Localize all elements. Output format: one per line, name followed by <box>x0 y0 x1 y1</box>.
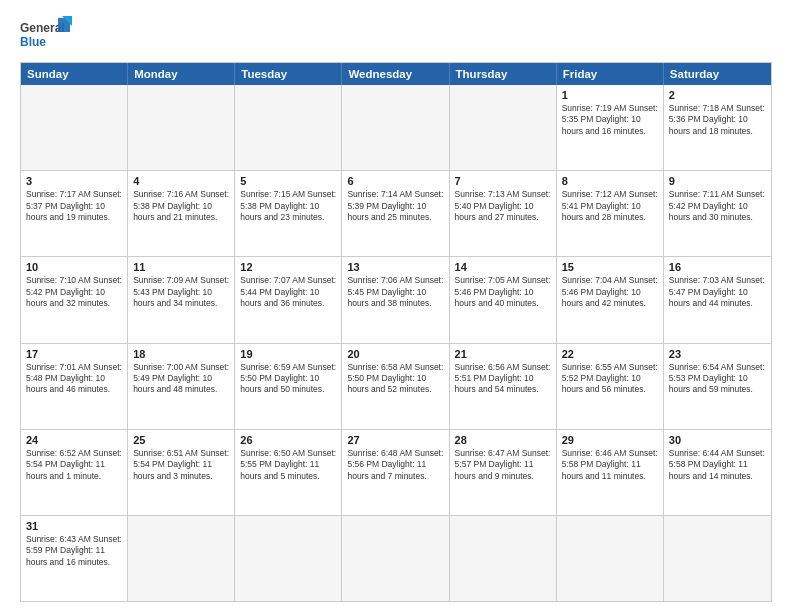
calendar-cell: 20Sunrise: 6:58 AM Sunset: 5:50 PM Dayli… <box>342 344 449 429</box>
header-cell-wednesday: Wednesday <box>342 63 449 85</box>
day-info: Sunrise: 7:11 AM Sunset: 5:42 PM Dayligh… <box>669 189 766 223</box>
calendar-cell: 18Sunrise: 7:00 AM Sunset: 5:49 PM Dayli… <box>128 344 235 429</box>
day-info: Sunrise: 6:47 AM Sunset: 5:57 PM Dayligh… <box>455 448 551 482</box>
calendar-cell: 13Sunrise: 7:06 AM Sunset: 5:45 PM Dayli… <box>342 257 449 342</box>
day-number: 1 <box>562 89 658 101</box>
day-number: 15 <box>562 261 658 273</box>
logo-svg: General Blue <box>20 16 72 54</box>
day-number: 10 <box>26 261 122 273</box>
day-info: Sunrise: 7:03 AM Sunset: 5:47 PM Dayligh… <box>669 275 766 309</box>
day-info: Sunrise: 6:54 AM Sunset: 5:53 PM Dayligh… <box>669 362 766 396</box>
calendar-week-6: 31Sunrise: 6:43 AM Sunset: 5:59 PM Dayli… <box>21 515 771 601</box>
day-number: 12 <box>240 261 336 273</box>
day-info: Sunrise: 7:00 AM Sunset: 5:49 PM Dayligh… <box>133 362 229 396</box>
calendar-cell <box>450 516 557 601</box>
day-number: 11 <box>133 261 229 273</box>
day-number: 13 <box>347 261 443 273</box>
day-info: Sunrise: 6:55 AM Sunset: 5:52 PM Dayligh… <box>562 362 658 396</box>
day-number: 19 <box>240 348 336 360</box>
calendar-cell: 2Sunrise: 7:18 AM Sunset: 5:36 PM Daylig… <box>664 85 771 170</box>
calendar-cell: 14Sunrise: 7:05 AM Sunset: 5:46 PM Dayli… <box>450 257 557 342</box>
day-number: 27 <box>347 434 443 446</box>
day-number: 18 <box>133 348 229 360</box>
header-cell-tuesday: Tuesday <box>235 63 342 85</box>
day-number: 14 <box>455 261 551 273</box>
calendar-week-2: 3Sunrise: 7:17 AM Sunset: 5:37 PM Daylig… <box>21 170 771 256</box>
calendar-cell: 10Sunrise: 7:10 AM Sunset: 5:42 PM Dayli… <box>21 257 128 342</box>
calendar-cell: 4Sunrise: 7:16 AM Sunset: 5:38 PM Daylig… <box>128 171 235 256</box>
calendar-cell <box>664 516 771 601</box>
day-info: Sunrise: 7:16 AM Sunset: 5:38 PM Dayligh… <box>133 189 229 223</box>
logo: General Blue <box>20 16 72 54</box>
day-number: 23 <box>669 348 766 360</box>
page-header: General Blue <box>20 16 772 54</box>
calendar-cell: 11Sunrise: 7:09 AM Sunset: 5:43 PM Dayli… <box>128 257 235 342</box>
day-number: 9 <box>669 175 766 187</box>
header-cell-thursday: Thursday <box>450 63 557 85</box>
header-cell-friday: Friday <box>557 63 664 85</box>
calendar-cell: 17Sunrise: 7:01 AM Sunset: 5:48 PM Dayli… <box>21 344 128 429</box>
calendar-cell: 27Sunrise: 6:48 AM Sunset: 5:56 PM Dayli… <box>342 430 449 515</box>
day-info: Sunrise: 6:52 AM Sunset: 5:54 PM Dayligh… <box>26 448 122 482</box>
calendar-cell: 15Sunrise: 7:04 AM Sunset: 5:46 PM Dayli… <box>557 257 664 342</box>
day-info: Sunrise: 7:19 AM Sunset: 5:35 PM Dayligh… <box>562 103 658 137</box>
calendar-cell: 9Sunrise: 7:11 AM Sunset: 5:42 PM Daylig… <box>664 171 771 256</box>
calendar-cell <box>128 85 235 170</box>
day-info: Sunrise: 7:13 AM Sunset: 5:40 PM Dayligh… <box>455 189 551 223</box>
header-cell-sunday: Sunday <box>21 63 128 85</box>
day-number: 2 <box>669 89 766 101</box>
svg-text:General: General <box>20 21 65 35</box>
day-info: Sunrise: 6:46 AM Sunset: 5:58 PM Dayligh… <box>562 448 658 482</box>
day-info: Sunrise: 7:09 AM Sunset: 5:43 PM Dayligh… <box>133 275 229 309</box>
calendar-week-3: 10Sunrise: 7:10 AM Sunset: 5:42 PM Dayli… <box>21 256 771 342</box>
day-info: Sunrise: 6:44 AM Sunset: 5:58 PM Dayligh… <box>669 448 766 482</box>
calendar-cell: 26Sunrise: 6:50 AM Sunset: 5:55 PM Dayli… <box>235 430 342 515</box>
calendar-week-4: 17Sunrise: 7:01 AM Sunset: 5:48 PM Dayli… <box>21 343 771 429</box>
day-info: Sunrise: 6:58 AM Sunset: 5:50 PM Dayligh… <box>347 362 443 396</box>
day-info: Sunrise: 7:04 AM Sunset: 5:46 PM Dayligh… <box>562 275 658 309</box>
day-info: Sunrise: 7:17 AM Sunset: 5:37 PM Dayligh… <box>26 189 122 223</box>
calendar-cell <box>235 85 342 170</box>
day-number: 5 <box>240 175 336 187</box>
day-info: Sunrise: 6:50 AM Sunset: 5:55 PM Dayligh… <box>240 448 336 482</box>
calendar-cell: 29Sunrise: 6:46 AM Sunset: 5:58 PM Dayli… <box>557 430 664 515</box>
day-number: 8 <box>562 175 658 187</box>
day-info: Sunrise: 7:06 AM Sunset: 5:45 PM Dayligh… <box>347 275 443 309</box>
day-number: 22 <box>562 348 658 360</box>
calendar-cell: 22Sunrise: 6:55 AM Sunset: 5:52 PM Dayli… <box>557 344 664 429</box>
calendar-cell: 3Sunrise: 7:17 AM Sunset: 5:37 PM Daylig… <box>21 171 128 256</box>
day-info: Sunrise: 6:51 AM Sunset: 5:54 PM Dayligh… <box>133 448 229 482</box>
calendar-cell <box>21 85 128 170</box>
day-number: 28 <box>455 434 551 446</box>
day-number: 29 <box>562 434 658 446</box>
day-number: 30 <box>669 434 766 446</box>
day-info: Sunrise: 7:14 AM Sunset: 5:39 PM Dayligh… <box>347 189 443 223</box>
day-number: 31 <box>26 520 122 532</box>
calendar-cell: 1Sunrise: 7:19 AM Sunset: 5:35 PM Daylig… <box>557 85 664 170</box>
day-number: 7 <box>455 175 551 187</box>
calendar-cell: 30Sunrise: 6:44 AM Sunset: 5:58 PM Dayli… <box>664 430 771 515</box>
calendar-cell: 5Sunrise: 7:15 AM Sunset: 5:38 PM Daylig… <box>235 171 342 256</box>
calendar-cell <box>235 516 342 601</box>
day-info: Sunrise: 6:43 AM Sunset: 5:59 PM Dayligh… <box>26 534 122 568</box>
calendar-cell: 28Sunrise: 6:47 AM Sunset: 5:57 PM Dayli… <box>450 430 557 515</box>
calendar-week-5: 24Sunrise: 6:52 AM Sunset: 5:54 PM Dayli… <box>21 429 771 515</box>
calendar-cell <box>128 516 235 601</box>
day-info: Sunrise: 6:48 AM Sunset: 5:56 PM Dayligh… <box>347 448 443 482</box>
calendar-cell: 6Sunrise: 7:14 AM Sunset: 5:39 PM Daylig… <box>342 171 449 256</box>
day-info: Sunrise: 7:07 AM Sunset: 5:44 PM Dayligh… <box>240 275 336 309</box>
calendar-cell: 8Sunrise: 7:12 AM Sunset: 5:41 PM Daylig… <box>557 171 664 256</box>
day-info: Sunrise: 6:59 AM Sunset: 5:50 PM Dayligh… <box>240 362 336 396</box>
day-info: Sunrise: 7:05 AM Sunset: 5:46 PM Dayligh… <box>455 275 551 309</box>
calendar: SundayMondayTuesdayWednesdayThursdayFrid… <box>20 62 772 602</box>
calendar-cell: 16Sunrise: 7:03 AM Sunset: 5:47 PM Dayli… <box>664 257 771 342</box>
day-info: Sunrise: 7:18 AM Sunset: 5:36 PM Dayligh… <box>669 103 766 137</box>
header-cell-monday: Monday <box>128 63 235 85</box>
calendar-cell: 23Sunrise: 6:54 AM Sunset: 5:53 PM Dayli… <box>664 344 771 429</box>
calendar-header-row: SundayMondayTuesdayWednesdayThursdayFrid… <box>21 63 771 85</box>
day-number: 26 <box>240 434 336 446</box>
svg-text:Blue: Blue <box>20 35 46 49</box>
calendar-week-1: 1Sunrise: 7:19 AM Sunset: 5:35 PM Daylig… <box>21 85 771 170</box>
day-info: Sunrise: 7:01 AM Sunset: 5:48 PM Dayligh… <box>26 362 122 396</box>
calendar-cell <box>557 516 664 601</box>
